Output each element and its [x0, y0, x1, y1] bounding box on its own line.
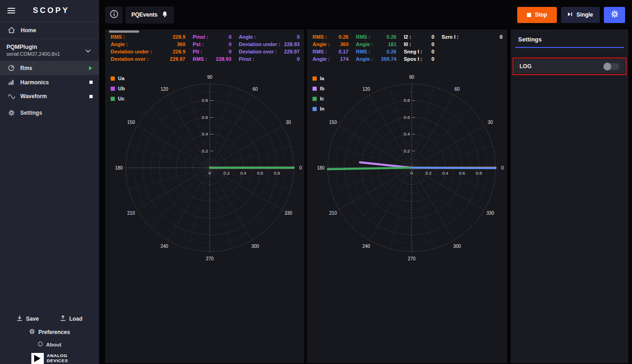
topbar-right-group: Stop Single	[517, 7, 625, 23]
current-polar-chart: 03060901201501802102402703003300.20.40.6…	[307, 65, 506, 323]
stat-label: Deviation over :	[111, 56, 149, 62]
stat-label: Plt :	[193, 49, 202, 54]
stat-value: 228.93	[284, 41, 300, 47]
sidebar-item-rms[interactable]: Rms	[0, 61, 99, 75]
load-label: Load	[69, 316, 83, 322]
sidebar-item-home[interactable]: Home	[0, 22, 99, 39]
stat-label: Spos I :	[404, 56, 422, 62]
stat-label: Deviation over :	[239, 49, 277, 54]
stat-value: 228.9	[172, 49, 185, 54]
svg-text:0: 0	[299, 165, 302, 170]
menu-icon[interactable]	[6, 5, 16, 17]
info-button[interactable]	[105, 6, 123, 23]
topbar: PQEvents Stop Single	[99, 0, 632, 29]
analog-devices-logo: ANALOG DEVICES	[0, 353, 99, 364]
log-toggle-knob[interactable]	[603, 63, 611, 70]
tool-label: Rms	[20, 65, 32, 71]
stopped-indicator-icon[interactable]	[89, 81, 93, 84]
sidebar-footer: Save Load Preferences About	[0, 315, 99, 364]
stat-cell	[442, 49, 505, 54]
single-icon	[567, 12, 573, 18]
stat-label: Deviation under :	[239, 41, 280, 47]
preferences-row: Preferences	[0, 329, 99, 336]
stat-label: RMS :	[313, 34, 327, 40]
single-button[interactable]: Single	[561, 7, 600, 23]
sidebar-item-settings[interactable]: Settings	[0, 106, 99, 120]
save-button[interactable]: Save	[17, 315, 39, 323]
stat-cell: Angle :0	[239, 34, 302, 40]
stat-label: I0 :	[404, 41, 411, 47]
stat-value: 0	[500, 34, 502, 40]
settings-panel: Settings LOG	[511, 29, 628, 363]
preferences-button[interactable]: Preferences	[29, 329, 70, 336]
adi-brand-line2: DEVICES	[47, 358, 68, 363]
svg-text:0.2: 0.2	[404, 148, 410, 153]
stat-label: Angle :	[111, 41, 128, 47]
stat-cell: I2 :0	[404, 34, 442, 40]
svg-text:30: 30	[488, 120, 493, 125]
waveform-icon	[7, 94, 15, 100]
gear-icon	[29, 329, 35, 336]
stat-value: 229.97	[170, 56, 185, 62]
svg-text:30: 30	[286, 120, 291, 125]
stat-value: 0	[431, 34, 434, 40]
svg-text:150: 150	[329, 120, 337, 125]
stopped-indicator-icon[interactable]	[89, 95, 93, 98]
scopy-window: SCOPY Home PQMPlugin serial:COM37,2400,8…	[0, 0, 632, 364]
adi-brand-text: ANALOG DEVICES	[47, 353, 68, 364]
log-toggle[interactable]	[603, 63, 620, 70]
svg-text:210: 210	[329, 211, 337, 216]
stat-label: Pst :	[193, 41, 204, 47]
svg-text:0.8: 0.8	[274, 170, 280, 176]
svg-text:180: 180	[317, 165, 325, 170]
phasor-Ic	[328, 168, 412, 169]
stop-icon	[527, 13, 531, 17]
stat-cell: Angle :359.74	[356, 56, 404, 62]
svg-text:0.8: 0.8	[476, 170, 482, 176]
svg-text:60: 60	[253, 87, 258, 92]
stat-label: Pinst :	[193, 34, 208, 40]
svg-text:240: 240	[362, 244, 370, 249]
settings-gear-button[interactable]	[604, 7, 625, 23]
plugin-name: PQMPlugin	[6, 44, 60, 50]
stat-cell: I0 :0	[404, 41, 442, 47]
stat-cell: Angle :360	[111, 41, 193, 47]
svg-text:120: 120	[160, 87, 168, 92]
stop-label: Stop	[535, 12, 547, 18]
stat-value: 0	[297, 34, 300, 40]
sidebar-item-harmonics[interactable]: Harmonics	[0, 75, 99, 89]
settings-title: Settings	[511, 29, 628, 47]
stat-label: Sneg I :	[404, 49, 422, 54]
svg-text:0.6: 0.6	[202, 115, 208, 120]
stat-value: 0	[431, 49, 434, 54]
svg-text:120: 120	[362, 87, 370, 92]
stat-label: Szro I :	[442, 34, 459, 40]
stat-label: Angle :	[313, 41, 330, 47]
chevron-down-icon[interactable]	[83, 44, 93, 56]
play-icon[interactable]	[89, 66, 93, 70]
sidebar-item-waveform[interactable]: Waveform	[0, 89, 99, 103]
about-button[interactable]: About	[38, 341, 61, 347]
home-label: Home	[21, 27, 36, 34]
svg-text:0.8: 0.8	[202, 98, 208, 103]
svg-text:0.6: 0.6	[257, 170, 263, 176]
svg-text:0: 0	[208, 170, 211, 176]
stats-scrollbar[interactable]	[109, 30, 139, 33]
sidebar-header: SCOPY	[0, 0, 99, 21]
stat-label: RMS :	[356, 34, 370, 40]
load-button[interactable]: Load	[60, 315, 83, 323]
stat-value: 360	[177, 41, 185, 47]
stop-button[interactable]: Stop	[517, 7, 557, 23]
tool-label: Waveform	[20, 93, 47, 100]
stat-label: Angle :	[313, 56, 330, 62]
pqevents-button[interactable]: PQEvents	[125, 6, 174, 23]
stat-value: 0.17	[339, 49, 348, 54]
voltage-stats: RMS :228.9Pinst :0Angle :0Angle :360Pst …	[111, 34, 302, 62]
svg-text:90: 90	[409, 75, 414, 80]
svg-text:300: 300	[453, 244, 461, 249]
stat-label: Pinst :	[239, 56, 254, 62]
stat-label: Angle :	[356, 41, 373, 47]
plugin-header[interactable]: PQMPlugin serial:COM37,2400,8n1	[0, 39, 99, 61]
svg-text:60: 60	[455, 87, 460, 92]
svg-text:0.4: 0.4	[404, 131, 410, 136]
